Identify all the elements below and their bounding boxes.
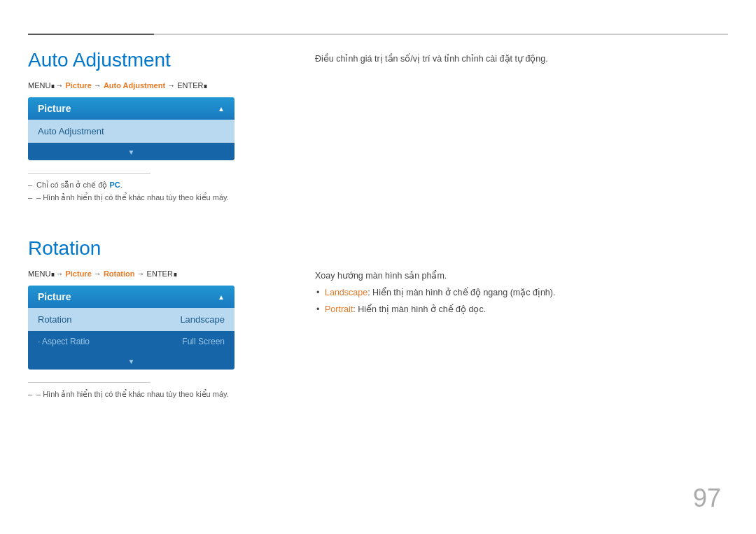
landscape-label: Landscape [325, 288, 368, 297]
auto-adjustment-title: Auto Adjustment [28, 49, 301, 71]
rotation-item-label: Rotation [38, 314, 71, 325]
divider-line-2 [28, 382, 150, 383]
note-image-display-1: – Hình ảnh hiển thị có thể khác nhau tùy… [28, 193, 301, 202]
auto-adjustment-section: Auto Adjustment MENU∎→ Picture → Auto Ad… [28, 49, 301, 202]
menu-box-header: Picture ▲ [28, 97, 234, 120]
auto-adjustment-menu-box: Picture ▲ Auto Adjustment ▼ [28, 97, 234, 160]
rotation-arrow-down-icon: ▼ [128, 358, 135, 365]
arrow-down-icon: ▼ [128, 148, 135, 156]
aspect-ratio-label: · Aspect Ratio [38, 337, 90, 346]
rotation-menu-box-footer: ▼ [28, 352, 234, 370]
rotation-item-value: Landscape [180, 314, 225, 325]
auto-adjustment-right-text: Điều chỉnh giá trị tần số/vị trí và tỉnh… [315, 52, 728, 66]
rotation-section: Rotation MENU∎→ Picture → Rotation → ENT… [28, 237, 301, 399]
auto-adjustment-menu-path: MENU∎→ Picture → Auto Adjustment → ENTER… [28, 81, 301, 90]
arrow-up-icon: ▲ [218, 105, 225, 113]
top-border [28, 34, 728, 35]
left-column: Auto Adjustment MENU∎→ Picture → Auto Ad… [28, 42, 301, 402]
rotation-arrow-up-icon: ▲ [218, 293, 225, 301]
rotation-menu-box: Picture ▲ Rotation Landscape · Aspect Ra… [28, 286, 234, 370]
auto-adjustment-description: Điều chỉnh giá trị tần số/vị trí và tỉnh… [315, 52, 728, 66]
rotation-right-title: Xoay hướng màn hình sản phẩm. [315, 269, 728, 283]
rotation-title: Rotation [28, 237, 301, 260]
menu-path-picture: Picture [65, 81, 91, 90]
page-number: 97 [693, 484, 721, 513]
rotation-item[interactable]: Rotation Landscape [28, 308, 234, 331]
menu-path-auto-adjustment: Auto Adjustment [104, 81, 165, 90]
rotation-description: Xoay hướng màn hình sản phẩm. Landscape:… [315, 269, 728, 316]
landscape-text: : Hiển thị màn hình ở chế độ ngang (mặc … [368, 288, 555, 297]
rotation-menu-path: MENU∎→ Picture → Rotation → ENTER∎ [28, 269, 301, 279]
menu-path-prefix: MENU∎→ [28, 81, 65, 90]
aspect-ratio-value: Full Screen [182, 337, 225, 346]
picture-label: Picture [38, 103, 71, 114]
note-pc-mode: Chỉ có sẵn ở chế độ PC. [28, 181, 301, 190]
rotation-path-picture: Picture [65, 269, 91, 278]
auto-adjustment-item-label: Auto Adjustment [38, 126, 104, 136]
rotation-bullet-1: Landscape: Hiển thị màn hình ở chế độ ng… [315, 286, 728, 300]
auto-adjustment-item[interactable]: Auto Adjustment [28, 120, 234, 143]
rotation-path-rotation: Rotation [104, 269, 135, 278]
aspect-ratio-item[interactable]: · Aspect Ratio Full Screen [28, 331, 234, 352]
portrait-text: : Hiển thị màn hình ở chế độ dọc. [353, 304, 486, 314]
rotation-picture-label: Picture [38, 291, 71, 302]
rotation-menu-box-header: Picture ▲ [28, 286, 234, 308]
note-image-display-2: – Hình ảnh hiển thị có thể khác nhau tùy… [28, 390, 301, 399]
portrait-label: Portrait [325, 304, 353, 314]
divider-line-1 [28, 173, 150, 174]
menu-box-footer: ▼ [28, 143, 234, 160]
right-column: Điều chỉnh giá trị tần số/vị trí và tỉnh… [315, 42, 728, 316]
note-pc-bold: PC [109, 181, 120, 189]
rotation-bullet-2: Portrait: Hiển thị màn hình ở chế độ dọc… [315, 302, 728, 316]
